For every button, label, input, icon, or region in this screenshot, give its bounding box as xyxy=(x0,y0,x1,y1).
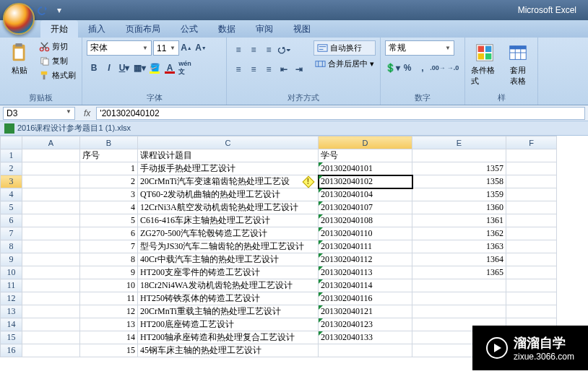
bold-button[interactable]: B xyxy=(87,61,101,75)
cell[interactable] xyxy=(506,279,557,292)
cell[interactable]: 1360 xyxy=(412,201,506,214)
worksheet-area[interactable]: A B C D E F 1序号课程设计题目学号21手动扳手热处理工艺设计2013… xyxy=(0,136,588,357)
cell[interactable]: 1 xyxy=(80,162,138,175)
cell[interactable] xyxy=(22,331,80,344)
cell[interactable] xyxy=(22,318,80,331)
comma-icon[interactable]: , xyxy=(415,61,430,75)
row-header[interactable]: 14 xyxy=(1,318,22,331)
fx-icon[interactable]: fx xyxy=(78,108,96,118)
cell[interactable]: 201302040121 xyxy=(319,305,412,318)
col-header[interactable]: E xyxy=(412,136,506,149)
cell[interactable]: 201302040101 xyxy=(319,162,412,175)
col-header[interactable]: D xyxy=(319,136,412,149)
cell[interactable]: 201302040113 xyxy=(319,266,412,279)
row-header[interactable]: 9 xyxy=(1,253,22,266)
cell[interactable] xyxy=(412,305,506,318)
cell[interactable]: 201302040107 xyxy=(319,201,412,214)
cell[interactable]: 序号 xyxy=(80,149,138,162)
cell[interactable]: 1363 xyxy=(412,240,506,253)
cell[interactable]: HT200底座铸造工艺设计 xyxy=(138,318,319,331)
qat-dropdown-icon[interactable]: ▾ xyxy=(53,4,65,16)
tab-home[interactable]: 开始 xyxy=(40,20,78,38)
cell[interactable] xyxy=(22,201,80,214)
align-bottom-icon[interactable]: ≡ xyxy=(261,43,276,57)
font-name-select[interactable]: 宋体▼ xyxy=(87,40,152,56)
row-header[interactable]: 3 xyxy=(1,175,22,188)
cell[interactable] xyxy=(506,149,557,162)
cell[interactable]: C616-416车床主轴热处理工艺设计 xyxy=(138,214,319,227)
row-header[interactable]: 7 xyxy=(1,227,22,240)
office-button[interactable] xyxy=(3,3,35,35)
copy-button[interactable]: 复制 xyxy=(38,55,77,67)
cell[interactable]: 1365 xyxy=(412,266,506,279)
cell[interactable] xyxy=(22,149,80,162)
cell[interactable] xyxy=(22,305,80,318)
cell[interactable]: HT250铸铁泵体的铸造工艺设计 xyxy=(138,292,319,305)
col-header[interactable]: A xyxy=(22,136,80,149)
tab-review[interactable]: 审阅 xyxy=(246,20,283,38)
cell[interactable] xyxy=(506,240,557,253)
decrease-indent-icon[interactable]: ⇤ xyxy=(277,62,291,77)
cell[interactable] xyxy=(22,240,80,253)
conditional-format-button[interactable]: 条件格式 xyxy=(470,40,500,88)
underline-button[interactable]: U▾ xyxy=(117,61,131,75)
name-box[interactable]: D3▼ xyxy=(3,107,75,120)
cell[interactable]: 18Cr2Ni4WA发动机齿轮热处理工艺设计 xyxy=(138,279,319,292)
row-header[interactable]: 1 xyxy=(1,149,22,162)
cell[interactable]: 10 xyxy=(80,279,138,292)
cell[interactable]: 12CrNi3A航空发动机齿轮热处理工艺设计 xyxy=(138,201,319,214)
increase-decimal-icon[interactable]: .00→ xyxy=(431,61,445,75)
row-header[interactable]: 11 xyxy=(1,279,22,292)
cell[interactable] xyxy=(22,344,80,357)
cell[interactable]: 14 xyxy=(80,331,138,344)
merge-center-button[interactable]: 合并后居中▾ xyxy=(314,58,376,70)
cell[interactable]: 201302040112 xyxy=(319,253,412,266)
format-table-button[interactable]: 套用 表格 xyxy=(503,40,533,88)
cell[interactable]: 1361 xyxy=(412,214,506,227)
row-header[interactable]: 10 xyxy=(1,266,22,279)
spreadsheet-grid[interactable]: A B C D E F 1序号课程设计题目学号21手动扳手热处理工艺设计2013… xyxy=(0,136,557,357)
cell[interactable]: 1359 xyxy=(412,188,506,201)
cell[interactable]: 201302040104 xyxy=(319,188,412,201)
cell[interactable]: QT60-2发动机曲轴的热处理工艺设计 xyxy=(138,188,319,201)
align-top-icon[interactable]: ≡ xyxy=(231,43,246,57)
cell[interactable] xyxy=(506,305,557,318)
cell[interactable] xyxy=(506,201,557,214)
row-header[interactable]: 5 xyxy=(1,201,22,214)
cell[interactable]: 20CrMnTi汽车变速箱齿轮热处理工艺设 xyxy=(138,175,319,188)
cell[interactable]: 6 xyxy=(80,227,138,240)
orientation-icon[interactable]: ⭯▾ xyxy=(277,43,291,57)
row-header[interactable]: 6 xyxy=(1,214,22,227)
cell[interactable] xyxy=(22,292,80,305)
cell[interactable] xyxy=(22,279,80,292)
increase-indent-icon[interactable]: ⇥ xyxy=(292,62,306,77)
redo-icon[interactable] xyxy=(38,4,49,16)
cell[interactable]: 201302040110 xyxy=(319,227,412,240)
cell[interactable]: 12 xyxy=(80,305,138,318)
border-button[interactable]: ▦▾ xyxy=(132,61,147,75)
cell[interactable]: 9 xyxy=(80,266,138,279)
cell[interactable]: HT200支座零件的铸造工艺设计 xyxy=(138,266,319,279)
cell[interactable] xyxy=(319,344,412,357)
currency-icon[interactable]: 💲▾ xyxy=(385,61,399,75)
cell[interactable]: 学号 xyxy=(319,149,412,162)
cell[interactable]: 1364 xyxy=(412,253,506,266)
row-header[interactable]: 15 xyxy=(1,331,22,344)
tab-data[interactable]: 数据 xyxy=(208,20,246,38)
row-header[interactable]: 16 xyxy=(1,344,22,357)
italic-button[interactable]: I xyxy=(102,61,116,75)
align-middle-icon[interactable]: ≡ xyxy=(246,43,261,57)
tab-page-layout[interactable]: 页面布局 xyxy=(116,20,170,38)
cell[interactable]: 13 xyxy=(80,318,138,331)
format-painter-button[interactable]: 格式刷 xyxy=(38,69,77,82)
align-left-icon[interactable]: ≡ xyxy=(231,62,246,77)
cell[interactable]: 7 xyxy=(80,240,138,253)
row-header[interactable]: 12 xyxy=(1,292,22,305)
decrease-font-icon[interactable]: A▼ xyxy=(194,40,208,55)
cell[interactable]: 课程设计题目 xyxy=(138,149,319,162)
cell[interactable]: 15 xyxy=(80,344,138,357)
cell[interactable]: 型号为JS30汽车二轴齿轮的热处理工艺设计 xyxy=(138,240,319,253)
cell[interactable]: 201302040111 xyxy=(319,240,412,253)
cell[interactable]: 8 xyxy=(80,253,138,266)
select-all-corner[interactable] xyxy=(1,136,22,149)
